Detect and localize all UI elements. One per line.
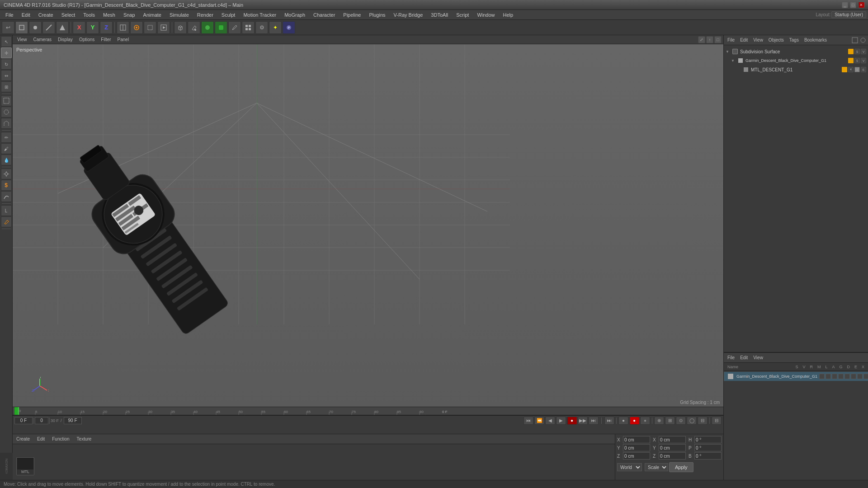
- render-region-btn[interactable]: [144, 21, 156, 34]
- tool-select-rect[interactable]: [1, 95, 12, 106]
- garmin-icon-v[interactable]: V: [861, 58, 866, 63]
- tool-select-poly[interactable]: [1, 118, 12, 129]
- menu-edit[interactable]: Edit: [18, 11, 34, 19]
- scene-view-btn[interactable]: View: [751, 37, 765, 43]
- mat-edit-btn[interactable]: Edit: [35, 436, 47, 442]
- tool-curve[interactable]: [1, 191, 12, 202]
- scale-dropdown[interactable]: Scale Size: [645, 463, 668, 471]
- grid-btn[interactable]: [242, 21, 255, 34]
- p-input[interactable]: [694, 444, 722, 451]
- menu-file[interactable]: File: [2, 11, 17, 19]
- vp-ctrl-up[interactable]: ↑: [706, 36, 713, 43]
- tool-dollar[interactable]: $: [1, 180, 12, 191]
- viewport[interactable]: Perspective Grid Spacing : 1 cm X Y Z: [13, 44, 723, 407]
- mode-point[interactable]: [29, 21, 42, 34]
- mode-poly[interactable]: [56, 21, 69, 34]
- tool-arrow[interactable]: ↖: [1, 36, 12, 47]
- play-btn[interactable]: ▶: [556, 417, 566, 425]
- layout-selector[interactable]: Startup (User): [831, 11, 866, 18]
- menu-plugins[interactable]: Plugins: [365, 11, 389, 19]
- z-pos-input[interactable]: [623, 452, 650, 460]
- light-btn[interactable]: ✦: [269, 21, 282, 34]
- mat-create-btn[interactable]: Create: [14, 436, 32, 442]
- mtl-icon-e[interactable]: E: [861, 67, 866, 72]
- y-pos-input[interactable]: [623, 444, 650, 451]
- menu-sculpt[interactable]: Sculpt: [218, 11, 239, 19]
- obj-icon-1[interactable]: [819, 374, 825, 379]
- goto-end-btn[interactable]: ⏭: [589, 417, 599, 425]
- tree-item-mtl[interactable]: MTL_DESCENT_G1 ✕ • E: [724, 65, 868, 74]
- obj-icon-6[interactable]: [851, 374, 856, 379]
- python-btn[interactable]: P: [283, 21, 295, 34]
- obj-icon-8[interactable]: [863, 374, 868, 379]
- vp-menu-panel[interactable]: Panel: [115, 37, 132, 42]
- obj-icon-2[interactable]: [826, 374, 831, 379]
- obj-view-btn[interactable]: View: [751, 355, 765, 361]
- vp-menu-display[interactable]: Display: [55, 37, 75, 42]
- menu-motion-tracker[interactable]: Motion Tracker: [240, 11, 280, 19]
- world-dropdown[interactable]: World Object Local: [617, 463, 642, 471]
- tool-rotate[interactable]: ↻: [1, 59, 12, 70]
- menu-vray[interactable]: V-Ray Bridge: [390, 11, 427, 19]
- menu-simulate[interactable]: Simulate: [166, 11, 193, 19]
- tree-item-garmin[interactable]: ▼ Garmin_Descent_Black_Dive_Computer_G1 …: [724, 56, 868, 65]
- vp-menu-cameras[interactable]: Cameras: [31, 37, 55, 42]
- tool-pen[interactable]: ✏: [1, 132, 12, 143]
- scene-edit-btn[interactable]: Edit: [738, 37, 750, 43]
- tool-brush[interactable]: 🖌: [1, 143, 12, 154]
- z-rot-input[interactable]: [659, 452, 686, 460]
- paint-btn[interactable]: [188, 21, 200, 34]
- render-view-btn[interactable]: [157, 21, 170, 34]
- menu-create[interactable]: Create: [35, 11, 57, 19]
- tool-select-circle[interactable]: [1, 107, 12, 117]
- scene-tags-btn[interactable]: Tags: [788, 37, 801, 43]
- key-mode1[interactable]: ⊕: [654, 417, 664, 425]
- mtl-icon-dot[interactable]: •: [854, 67, 860, 72]
- vp-menu-filter[interactable]: Filter: [98, 37, 113, 42]
- obj-edit-btn[interactable]: Edit: [738, 355, 750, 361]
- menu-animate[interactable]: Animate: [140, 11, 165, 19]
- prev-frame-btn[interactable]: ⏪: [534, 417, 544, 425]
- tool-scale[interactable]: ⇔: [1, 70, 12, 81]
- x-pos-input[interactable]: [623, 436, 650, 443]
- gear-icon[interactable]: ⚙: [255, 21, 268, 34]
- timeline-ruler[interactable]: 0 5 10 15 20 25: [13, 407, 723, 415]
- menu-window[interactable]: Window: [473, 11, 498, 19]
- tool-transform[interactable]: ⊞: [1, 81, 12, 92]
- tree-item-subdiv[interactable]: ▼ Subdivision Surface S V: [724, 47, 868, 56]
- cube-btn[interactable]: [174, 21, 187, 34]
- menu-render[interactable]: Render: [193, 11, 217, 19]
- anim-mode3[interactable]: ●: [640, 417, 650, 425]
- minimize-button[interactable]: _: [842, 2, 848, 8]
- menu-pipeline[interactable]: Pipeline: [340, 11, 364, 19]
- obj-icon-7[interactable]: [857, 374, 863, 379]
- timeline-layout[interactable]: ⊟: [712, 417, 722, 425]
- anim-mode2[interactable]: ●: [629, 417, 639, 425]
- menu-mograph[interactable]: MoGraph: [281, 11, 309, 19]
- record-btn[interactable]: ●: [567, 417, 577, 425]
- b-input[interactable]: [694, 452, 722, 460]
- scene-objects-btn[interactable]: Objects: [767, 37, 786, 43]
- vp-ctrl-maximize[interactable]: □: [714, 36, 722, 43]
- obj-row-garmin[interactable]: Garmin_Descent_Black_Dive_Computer_G1 ▶: [724, 372, 868, 381]
- maximize-button[interactable]: □: [850, 2, 856, 8]
- subdiv-icon-s[interactable]: S: [854, 49, 860, 54]
- end-frame-input[interactable]: [64, 417, 82, 424]
- y-rot-input[interactable]: [659, 444, 686, 451]
- x-axis-btn[interactable]: X: [73, 21, 85, 34]
- obj-icon-4[interactable]: [838, 374, 844, 379]
- menu-3dtoall[interactable]: 3DToAll: [427, 11, 452, 19]
- mtl-icon-x[interactable]: ✕: [848, 67, 854, 72]
- close-button[interactable]: ✕: [858, 2, 864, 8]
- vp-ctrl-expand[interactable]: ⤢: [698, 36, 705, 43]
- menu-script[interactable]: Script: [453, 11, 472, 19]
- current-frame-sub[interactable]: [35, 417, 48, 424]
- y-axis-btn[interactable]: Y: [86, 21, 99, 34]
- key-mode4[interactable]: ◯: [687, 417, 697, 425]
- garmin-icon-s[interactable]: S: [854, 58, 860, 63]
- menu-select[interactable]: Select: [58, 11, 79, 19]
- menu-help[interactable]: Help: [500, 11, 517, 19]
- green-icon[interactable]: [201, 21, 214, 34]
- tool-snap[interactable]: [1, 169, 12, 179]
- world-mode-btn[interactable]: [117, 21, 129, 34]
